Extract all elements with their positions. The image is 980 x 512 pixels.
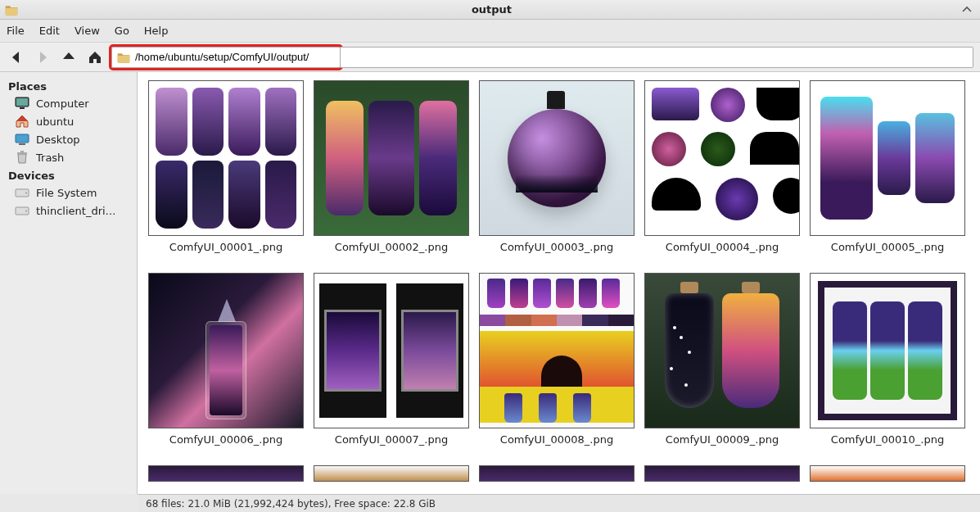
thumbnail (148, 465, 304, 482)
trash-icon (15, 151, 29, 164)
file-label: ComfyUI_00010_.png (831, 433, 944, 446)
thumbnail (148, 273, 304, 428)
svg-point-8 (25, 193, 27, 194)
desktop-icon (15, 133, 29, 146)
folder-icon (117, 52, 130, 63)
path-input[interactable] (111, 47, 341, 68)
thumbnail (479, 80, 635, 236)
svg-point-10 (25, 211, 27, 212)
svg-rect-5 (17, 152, 27, 154)
path-field[interactable] (135, 51, 332, 63)
home-icon (15, 115, 29, 128)
up-button[interactable] (59, 48, 79, 67)
file-item[interactable]: ComfyUI_00001_.png (146, 80, 306, 253)
thumbnail (148, 80, 304, 236)
sidebar-item-filesystem[interactable]: File System (0, 184, 137, 202)
thumbnail (810, 465, 965, 482)
svg-rect-1 (16, 98, 28, 106)
svg-rect-3 (16, 134, 29, 143)
svg-rect-4 (19, 143, 25, 145)
file-label: ComfyUI_00004_.png (666, 241, 779, 253)
file-item[interactable] (476, 465, 637, 482)
file-label: ComfyUI_00005_.png (831, 241, 944, 253)
file-item[interactable] (311, 465, 472, 482)
back-button[interactable] (7, 48, 26, 67)
menu-file[interactable]: File (7, 25, 25, 37)
forward-button[interactable] (33, 48, 52, 67)
status-bar: 68 files: 21.0 MiB (21,992,424 bytes), F… (138, 494, 980, 512)
file-item[interactable] (642, 465, 802, 482)
file-label: ComfyUI_00008_.png (500, 433, 613, 446)
thumbnail (810, 80, 965, 236)
status-text: 68 files: 21.0 MiB (21,992,424 bytes), F… (146, 498, 436, 510)
file-item[interactable]: ComfyUI_00004_.png (642, 80, 802, 253)
menu-view[interactable]: View (75, 25, 100, 37)
home-button[interactable] (85, 48, 105, 67)
sidebar-item-label: File System (36, 187, 97, 199)
file-label: ComfyUI_00007_.png (335, 433, 448, 446)
sidebar-item-label: thinclient_dri… (36, 205, 116, 217)
thumbnail (644, 80, 800, 236)
file-label: ComfyUI_00001_.png (169, 241, 282, 253)
path-extra[interactable] (341, 47, 973, 68)
sidebar-item-label: Desktop (36, 134, 80, 146)
titlebar: output (0, 0, 980, 20)
thumbnail (810, 273, 965, 428)
sidebar-item-thinclient[interactable]: thinclient_dri… (0, 202, 137, 220)
svg-rect-2 (20, 107, 25, 109)
file-item[interactable]: ComfyUI_00005_.png (807, 80, 968, 253)
file-item[interactable] (146, 465, 306, 482)
file-label: ComfyUI_00003_.png (500, 241, 613, 253)
file-item[interactable]: ComfyUI_00002_.png (311, 80, 472, 253)
file-item[interactable]: ComfyUI_00003_.png (476, 80, 637, 253)
thumbnail (314, 465, 469, 482)
sidebar: Places Computer ubuntu Desktop Trash (0, 72, 138, 494)
sidebar-item-computer[interactable]: Computer (0, 94, 137, 112)
thumbnail (479, 465, 635, 482)
sidebar-item-ubuntu[interactable]: ubuntu (0, 112, 137, 130)
menu-help[interactable]: Help (144, 25, 169, 37)
folder-icon (5, 4, 18, 16)
file-item[interactable]: ComfyUI_00010_.png (807, 273, 968, 446)
file-item[interactable] (807, 465, 968, 482)
menu-go[interactable]: Go (115, 25, 129, 37)
menu-edit[interactable]: Edit (39, 25, 60, 37)
places-header: Places (0, 77, 137, 94)
sidebar-item-desktop[interactable]: Desktop (0, 130, 137, 148)
file-label: ComfyUI_00002_.png (335, 241, 448, 253)
thumbnail (644, 273, 800, 428)
file-item[interactable]: ComfyUI_00006_.png (146, 273, 306, 446)
window-title: output (25, 3, 959, 16)
file-item[interactable]: ComfyUI_00007_.png (311, 273, 472, 446)
thumbnail (644, 465, 800, 482)
thumbnail (479, 273, 635, 428)
svg-rect-6 (20, 151, 24, 152)
thumbnail (314, 80, 469, 236)
file-item[interactable]: ComfyUI_00008_.png (476, 273, 637, 446)
menubar: File Edit View Go Help (0, 20, 980, 43)
file-label: ComfyUI_00006_.png (169, 433, 282, 446)
file-label: ComfyUI_00009_.png (666, 433, 779, 446)
window-expand-button[interactable] (959, 6, 975, 14)
file-item[interactable]: ComfyUI_00009_.png (642, 273, 802, 446)
thumbnail (314, 273, 469, 428)
drive-icon (15, 204, 29, 217)
icon-view[interactable]: ComfyUI_00001_.png ComfyUI_00002_.png (138, 72, 980, 494)
sidebar-item-label: Trash (36, 152, 64, 164)
sidebar-item-trash[interactable]: Trash (0, 148, 137, 166)
toolbar (0, 43, 980, 72)
drive-icon (15, 186, 29, 199)
devices-header: Devices (0, 166, 137, 184)
sidebar-item-label: ubuntu (36, 116, 74, 128)
monitor-icon (15, 97, 29, 110)
sidebar-item-label: Computer (36, 97, 89, 110)
